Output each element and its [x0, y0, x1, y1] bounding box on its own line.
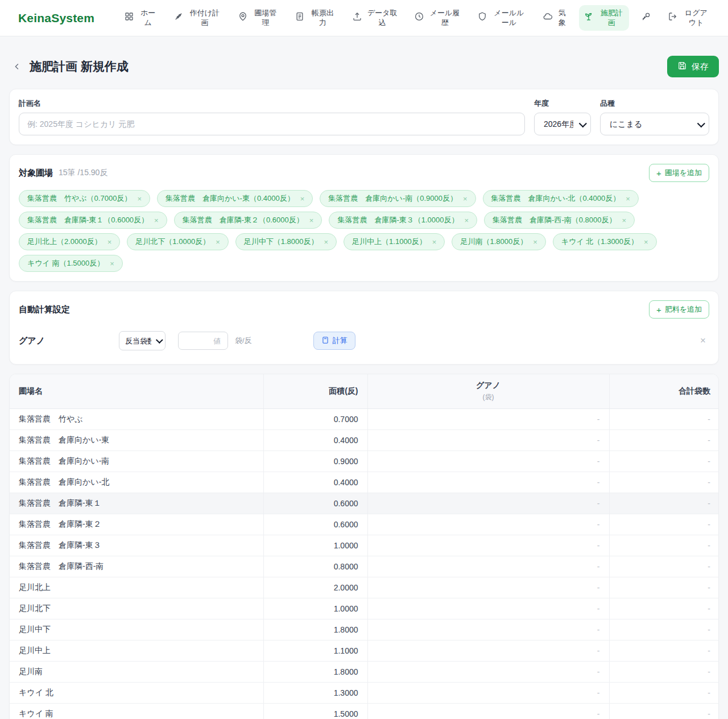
field-chip-label: 集落営農 竹やぶ（0.7000反） [27, 193, 131, 204]
cell-guano: - [367, 472, 609, 493]
chip-close-icon[interactable]: × [533, 238, 537, 246]
chip-close-icon[interactable]: × [300, 195, 305, 203]
variety-select[interactable]: にこまる [600, 113, 709, 135]
nav-item-mail-rules[interactable]: メールルール [473, 5, 531, 31]
nav-item-fertilization-plan[interactable]: 施肥計画 [579, 5, 629, 31]
fertilizer-name: グアノ [19, 336, 119, 346]
table-row[interactable]: 集落営農 倉庫向かい-東 0.4000 - - [10, 429, 719, 451]
table-body: 集落営農 竹やぶ 0.7000 - - 集落営農 倉庫向かい-東 0.4000 … [10, 408, 719, 719]
field-chip-label: 集落営農 倉庫向かい-北（0.4000反） [491, 193, 621, 204]
chip-close-icon[interactable]: × [107, 238, 112, 246]
nav-item-home[interactable]: ホーム [119, 5, 162, 31]
cell-area: 0.7000 [263, 408, 367, 429]
table-row[interactable]: 集落営農 竹やぶ 0.7000 - - [10, 408, 719, 429]
cell-area: 0.6000 [263, 514, 367, 535]
save-icon [677, 61, 687, 72]
cell-guano: - [367, 703, 609, 719]
chip-close-icon[interactable]: × [137, 195, 142, 203]
field-chip: 集落営農 倉庫向かい-北（0.4000反） × [483, 190, 639, 207]
chip-close-icon[interactable]: × [622, 216, 626, 225]
cell-field-name: 足川中下 [10, 619, 263, 640]
cell-field-name: 集落営農 倉庫向かい-北 [10, 472, 263, 493]
cell-area: 2.0000 [263, 577, 367, 598]
cell-total-bags: - [609, 703, 719, 719]
save-button[interactable]: 保存 [667, 56, 719, 77]
year-select[interactable]: 2026年度 [534, 113, 591, 135]
calculate-button-label: 計算 [333, 336, 348, 346]
table-row[interactable]: 集落営農 倉庫向かい-南 0.9000 - - [10, 451, 719, 472]
chip-close-icon[interactable]: × [154, 216, 159, 225]
chip-close-icon[interactable]: × [644, 238, 648, 246]
nav-item-data-import[interactable]: データ取込 [348, 5, 402, 31]
table-row[interactable]: 足川北上 2.0000 - - [10, 577, 719, 598]
calc-mode-select[interactable]: 反当袋数 [119, 331, 166, 350]
chip-close-icon[interactable]: × [110, 259, 114, 268]
table-row[interactable]: 集落営農 倉庫隣-東１ 0.6000 - - [10, 493, 719, 514]
nav-item-report-output[interactable]: 帳票出力 [290, 5, 340, 31]
plan-name-input[interactable] [19, 113, 525, 135]
plus-icon: + [656, 169, 661, 177]
chip-close-icon[interactable]: × [432, 238, 437, 246]
chip-close-icon[interactable]: × [463, 195, 468, 203]
cell-field-name: キウイ 南 [10, 703, 263, 719]
cell-field-name: 集落営農 竹やぶ [10, 408, 263, 429]
field-chip: 集落営農 倉庫隣-東３（1.0000反） × [329, 212, 477, 229]
history-icon [414, 11, 424, 24]
cell-area: 0.8000 [263, 556, 367, 577]
nav-items: ホーム 作付け計画 圃場管理 帳票出力 データ取込 メール履歴 メールルール [119, 5, 714, 31]
col-header-guano-unit: (袋) [377, 392, 600, 402]
remove-fertilizer-icon[interactable]: × [697, 335, 709, 346]
field-chip-label: 集落営農 倉庫隣-東２（0.6000反） [183, 215, 304, 225]
cell-guano: - [367, 640, 609, 661]
calculate-button[interactable]: 計算 [313, 332, 355, 350]
field-chip-label: 集落営農 倉庫隣-西-南（0.8000反） [493, 215, 616, 225]
cell-field-name: 集落営農 倉庫向かい-南 [10, 451, 263, 472]
chip-close-icon[interactable]: × [626, 195, 630, 203]
field-chip: 足川北上（2.0000反） × [19, 233, 120, 250]
table-row[interactable]: 足川北下 1.0000 - - [10, 598, 719, 619]
table-row[interactable]: 集落営農 倉庫向かい-北 0.4000 - - [10, 472, 719, 493]
col-header-guano: グアノ (袋) [367, 374, 609, 408]
nav-item-mail-history[interactable]: メール履歴 [410, 5, 465, 31]
logout-icon [668, 11, 678, 24]
table-row[interactable]: 集落営農 倉庫隣-東３ 1.0000 - - [10, 535, 719, 556]
chip-close-icon[interactable]: × [216, 238, 220, 246]
table-row[interactable]: 集落営農 倉庫隣-西-南 0.8000 - - [10, 556, 719, 577]
brand-logo[interactable]: KeinaSystem [18, 11, 94, 25]
cell-area: 0.9000 [263, 451, 367, 472]
back-button[interactable] [9, 59, 25, 75]
page-header: 施肥計画 新規作成 保存 [0, 36, 728, 89]
table-row[interactable]: 足川南 1.8000 - - [10, 661, 719, 682]
field-chip: キウイ 北（1.3000反） × [553, 233, 657, 250]
nav-item-cropping-plan[interactable]: 作付け計画 [169, 5, 226, 31]
field-chip-label: 集落営農 倉庫隣-東１（0.6000反） [27, 215, 148, 225]
table-row[interactable]: キウイ 北 1.3000 - - [10, 682, 719, 703]
calc-value-input[interactable] [178, 332, 228, 350]
cell-total-bags: - [609, 577, 719, 598]
chip-close-icon[interactable]: × [324, 238, 328, 246]
calculator-icon [321, 336, 329, 346]
nav-item-label: 施肥計画 [598, 9, 624, 27]
chip-close-icon[interactable]: × [309, 216, 314, 225]
table-row[interactable]: 足川中上 1.1000 - - [10, 640, 719, 661]
table-row[interactable]: 集落営農 倉庫隣-東２ 0.6000 - - [10, 514, 719, 535]
nav-item-password[interactable] [636, 8, 656, 27]
add-fertilizer-button[interactable]: + 肥料を追加 [649, 300, 709, 319]
chip-close-icon[interactable]: × [464, 216, 469, 225]
add-field-button[interactable]: + 圃場を追加 [649, 164, 709, 182]
nav-item-weather[interactable]: 気象 [538, 5, 572, 31]
target-fields-title: 対象圃場 [19, 168, 53, 179]
table-row[interactable]: 足川中下 1.8000 - - [10, 619, 719, 640]
nav-item-logout[interactable]: ログアウト [663, 5, 714, 31]
nav-item-field-management[interactable]: 圃場管理 [233, 5, 283, 31]
plus-icon: + [656, 305, 661, 314]
cell-area: 1.5000 [263, 703, 367, 719]
cell-total-bags: - [609, 661, 719, 682]
field-chip: キウイ 南（1.5000反） × [19, 255, 123, 272]
cell-total-bags: - [609, 556, 719, 577]
field-chip: 集落営農 倉庫向かい-南（0.9000反） × [320, 190, 475, 207]
key-icon [641, 11, 651, 24]
cell-guano: - [367, 682, 609, 703]
table-row[interactable]: キウイ 南 1.5000 - - [10, 703, 719, 719]
field-chip: 集落営農 倉庫向かい-東（0.4000反） × [157, 190, 313, 207]
